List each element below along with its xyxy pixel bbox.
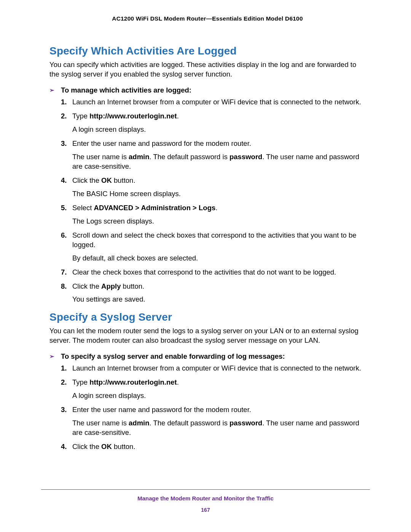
section-heading-syslog-server: Specify a Syslog Server: [49, 311, 365, 323]
step-body: Click the Apply button.: [72, 282, 365, 291]
step-number: 7.: [61, 268, 67, 277]
step-item: 1.Launch an Internet browser from a comp…: [61, 364, 365, 373]
procedure-heading: ➢ To specify a syslog server and enable …: [49, 352, 365, 361]
step-item: 2.Type http://www.routerlogin.net.A logi…: [61, 378, 365, 401]
step-item: 2.Type http://www.routerlogin.net.A logi…: [61, 112, 365, 134]
step-number: 2.: [61, 378, 67, 387]
step-followup: The Logs screen displays.: [72, 217, 365, 226]
step-number: 3.: [61, 139, 67, 149]
step-item: 4.Click the OK button.: [61, 442, 365, 452]
footer-page-number: 167: [41, 507, 370, 513]
procedure-heading-text: To manage which activities are logged:: [61, 86, 191, 94]
step-body: Click the OK button.: [72, 442, 365, 452]
step-item: 4.Click the OK button.The BASIC Home scr…: [61, 176, 365, 199]
step-followup: The user name is admin. The default pass…: [72, 419, 365, 438]
step-body: Type http://www.routerlogin.net.: [72, 112, 365, 121]
step-followup: By default, all check boxes are selected…: [72, 254, 365, 263]
intro-paragraph: You can let the modem router send the lo…: [49, 326, 365, 345]
step-body: Enter the user name and password for the…: [72, 139, 365, 149]
step-item: 5.Select ADVANCED > Administration > Log…: [61, 203, 365, 226]
step-body: Clear the check boxes that correspond to…: [72, 268, 365, 277]
procedure-heading-text: To specify a syslog server and enable fo…: [61, 352, 285, 360]
section-heading-activities-logged: Specify Which Activities Are Logged: [49, 45, 365, 57]
step-number: 5.: [61, 203, 67, 213]
step-body: Launch an Internet browser from a comput…: [72, 97, 365, 107]
step-item: 1.Launch an Internet browser from a comp…: [61, 97, 365, 107]
steps-list: 1.Launch an Internet browser from a comp…: [49, 97, 365, 305]
step-item: 7.Clear the check boxes that correspond …: [61, 268, 365, 277]
step-body: Type http://www.routerlogin.net.: [72, 378, 365, 387]
step-number: 1.: [61, 97, 67, 107]
step-body: Launch an Internet browser from a comput…: [72, 364, 365, 373]
step-body: Click the OK button.: [72, 176, 365, 185]
triangle-bullet-icon: ➢: [49, 353, 54, 360]
triangle-bullet-icon: ➢: [49, 87, 54, 94]
step-followup: You settings are saved.: [72, 295, 365, 304]
step-number: 4.: [61, 176, 67, 185]
step-number: 4.: [61, 442, 67, 452]
footer-rule: [41, 489, 370, 490]
step-number: 2.: [61, 112, 67, 121]
step-item: 6.Scroll down and select the check boxes…: [61, 231, 365, 263]
step-number: 3.: [61, 405, 67, 415]
step-item: 3.Enter the user name and password for t…: [61, 139, 365, 171]
step-followup: The user name is admin. The default pass…: [72, 152, 365, 171]
intro-paragraph: You can specify which activities are log…: [49, 60, 365, 79]
step-number: 1.: [61, 364, 67, 373]
step-followup: A login screen displays.: [72, 391, 365, 401]
procedure-heading: ➢ To manage which activities are logged:: [49, 86, 365, 94]
step-followup: A login screen displays.: [72, 125, 365, 134]
step-body: Scroll down and select the check boxes t…: [72, 231, 365, 250]
document-header: AC1200 WiFi DSL Modem Router—Essentials …: [49, 15, 365, 22]
steps-list: 1.Launch an Internet browser from a comp…: [49, 364, 365, 452]
step-followup: The BASIC Home screen displays.: [72, 189, 365, 199]
page-footer: Manage the Modem Router and Monitor the …: [41, 489, 370, 513]
document-page: AC1200 WiFi DSL Modem Router—Essentials …: [0, 0, 411, 532]
step-item: 3.Enter the user name and password for t…: [61, 405, 365, 438]
step-body: Enter the user name and password for the…: [72, 405, 365, 415]
step-body: Select ADVANCED > Administration > Logs.: [72, 203, 365, 213]
step-number: 6.: [61, 231, 67, 240]
step-item: 8.Click the Apply button.You settings ar…: [61, 282, 365, 305]
footer-chapter-title: Manage the Modem Router and Monitor the …: [41, 495, 370, 502]
step-number: 8.: [61, 282, 67, 291]
